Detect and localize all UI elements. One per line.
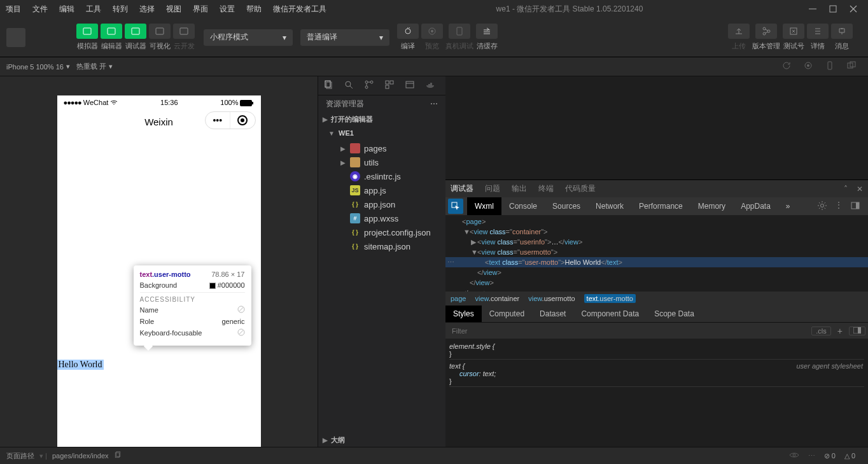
wxml-tree[interactable]: <page>▼<view class="container">▶<view cl… bbox=[445, 215, 868, 292]
tree-item[interactable]: #app.wxss bbox=[318, 211, 445, 225]
menu-item[interactable]: 工具 bbox=[80, 0, 107, 18]
more-icon[interactable]: ⋯ bbox=[808, 452, 815, 460]
tree-item[interactable]: ▶utils bbox=[318, 155, 445, 169]
text-rule-block[interactable]: user agent stylesheet text { cursor: tex… bbox=[449, 361, 864, 387]
maximize-button[interactable] bbox=[827, 3, 839, 15]
detach-icon[interactable] bbox=[846, 60, 857, 73]
breadcrumb-item[interactable]: page bbox=[451, 295, 466, 302]
refresh-icon[interactable] bbox=[781, 60, 792, 73]
errors-count[interactable]: ⊘ 0 bbox=[824, 452, 836, 460]
extensions-icon[interactable] bbox=[384, 80, 395, 92]
wxml-line[interactable]: ▶<view class="userinfo">…</view> bbox=[445, 237, 868, 247]
devtools-tab[interactable]: AppData bbox=[733, 197, 778, 215]
search-icon[interactable] bbox=[344, 80, 354, 92]
avatar[interactable] bbox=[6, 28, 25, 47]
open-editors-section[interactable]: ▶打开的编辑器 bbox=[318, 112, 445, 126]
toolbar-right-action[interactable]: 消息 bbox=[831, 24, 853, 51]
device-dropdown[interactable]: iPhone 5 100% 16▾ bbox=[6, 62, 70, 71]
devtools-tab[interactable]: Sources bbox=[545, 197, 588, 215]
styles-tab[interactable]: Dataset bbox=[532, 306, 573, 322]
toolbar-right-action[interactable]: 版本管理 bbox=[752, 24, 780, 51]
kebab-icon[interactable]: ⋮ bbox=[835, 200, 843, 213]
devtools-tab[interactable]: Performance bbox=[631, 197, 690, 215]
breadcrumb-item[interactable]: view.container bbox=[475, 295, 519, 302]
wxml-line[interactable]: <text class="user-motto">Hello World</te… bbox=[445, 257, 868, 267]
menu-item[interactable]: 设置 bbox=[214, 0, 241, 18]
menu-item[interactable]: 界面 bbox=[187, 0, 214, 18]
toggle-icon[interactable] bbox=[405, 80, 415, 92]
styles-tab[interactable]: Component Data bbox=[573, 306, 647, 322]
capsule-button[interactable]: ••• bbox=[205, 111, 256, 129]
more-tabs-icon[interactable]: » bbox=[778, 197, 798, 215]
toolbar-action[interactable]: 真机调试 bbox=[445, 24, 473, 51]
chevron-up-icon[interactable]: ˄ bbox=[844, 185, 848, 193]
panel-tab[interactable]: 问题 bbox=[485, 183, 500, 194]
cls-button[interactable]: .cls bbox=[811, 327, 831, 335]
user-motto-text[interactable]: Hello World bbox=[57, 360, 104, 370]
toolbar-right-action[interactable]: 测试号 bbox=[783, 24, 804, 51]
capsule-close-icon[interactable] bbox=[230, 112, 255, 129]
project-root[interactable]: ▼WE1 bbox=[318, 126, 445, 140]
styles-body[interactable]: element.style { } user agent stylesheet … bbox=[445, 339, 868, 447]
toolbar-action[interactable]: 清缓存 bbox=[476, 24, 498, 51]
styles-filter-input[interactable] bbox=[448, 327, 809, 335]
breadcrumb-item[interactable]: view.usermotto bbox=[528, 295, 575, 302]
inspect-element-icon[interactable] bbox=[448, 199, 463, 214]
tree-item[interactable]: { }project.config.json bbox=[318, 225, 445, 239]
hot-reload-dropdown[interactable]: 热重载 开▾ bbox=[76, 62, 113, 71]
styles-tab[interactable]: Computed bbox=[482, 306, 532, 322]
mode-dropdown[interactable]: 小程序模式 ▾ bbox=[204, 29, 293, 46]
menu-item[interactable]: 视图 bbox=[160, 0, 187, 18]
menu-item[interactable]: 编辑 bbox=[53, 0, 80, 18]
compile-dropdown[interactable]: 普通编译 ▾ bbox=[300, 29, 389, 46]
toolbar-right-action[interactable]: 上传 bbox=[728, 24, 750, 51]
copy-icon[interactable] bbox=[114, 451, 122, 460]
wxml-line[interactable]: <page> bbox=[445, 216, 868, 227]
toggle-computed-icon[interactable] bbox=[849, 327, 865, 335]
menu-item[interactable]: 转到 bbox=[107, 0, 134, 18]
element-style-block[interactable]: element.style { } bbox=[449, 341, 864, 360]
gear-icon[interactable] bbox=[817, 200, 827, 213]
toolbar-right-action[interactable]: 详情 bbox=[807, 24, 829, 51]
menu-item[interactable]: 选择 bbox=[134, 0, 160, 18]
tree-item[interactable]: JSapp.js bbox=[318, 183, 445, 197]
capsule-menu-icon[interactable]: ••• bbox=[206, 112, 231, 129]
wxml-line[interactable]: ▼<view class="usermotto"> bbox=[445, 247, 868, 257]
warnings-count[interactable]: △ 0 bbox=[844, 452, 855, 460]
menu-item[interactable]: 微信开发者工具 bbox=[267, 0, 332, 18]
toolbar-toggle[interactable]: 模拟器 bbox=[76, 24, 98, 51]
minimize-button[interactable] bbox=[807, 3, 818, 15]
wxml-line[interactable]: ▼<view class="container"> bbox=[445, 227, 868, 237]
tree-item[interactable]: { }app.json bbox=[318, 197, 445, 211]
toolbar-action[interactable]: 预览 bbox=[421, 24, 443, 51]
more-icon[interactable]: ⋯ bbox=[430, 99, 438, 108]
branch-icon[interactable] bbox=[364, 80, 374, 92]
files-icon[interactable] bbox=[323, 80, 333, 92]
devtools-tab[interactable]: Memory bbox=[690, 197, 733, 215]
toolbar-toggle[interactable]: 云开发 bbox=[173, 24, 195, 51]
devtools-tab[interactable]: Console bbox=[501, 197, 545, 215]
tree-item[interactable]: ◉.eslintrc.js bbox=[318, 169, 445, 183]
outline-section[interactable]: ▶大纲 bbox=[318, 433, 445, 447]
devtools-tab[interactable]: Wxml bbox=[467, 197, 501, 215]
panel-tab[interactable]: 调试器 bbox=[451, 183, 473, 194]
wxml-line[interactable]: </view> bbox=[445, 278, 868, 288]
wxml-line[interactable]: </view> bbox=[445, 267, 868, 278]
panel-tab[interactable]: 终端 bbox=[538, 183, 554, 194]
panel-tab[interactable]: 输出 bbox=[512, 183, 527, 194]
toolbar-toggle[interactable]: 编辑器 bbox=[101, 24, 122, 51]
toolbar-toggle[interactable]: 调试器 bbox=[125, 24, 146, 51]
toolbar-action[interactable]: 编译 bbox=[397, 24, 419, 51]
page-path-value[interactable]: pages/index/index bbox=[52, 452, 109, 460]
menu-item[interactable]: 文件 bbox=[27, 0, 53, 18]
close-button[interactable] bbox=[848, 3, 859, 15]
device-icon[interactable] bbox=[825, 60, 835, 73]
close-panel-icon[interactable]: ✕ bbox=[857, 185, 863, 193]
breadcrumb-item[interactable]: text.user-motto bbox=[584, 294, 636, 303]
tree-item[interactable]: ▶pages bbox=[318, 141, 445, 155]
tree-item[interactable]: { }sitemap.json bbox=[318, 239, 445, 253]
dock-icon[interactable] bbox=[850, 200, 860, 213]
menu-item[interactable]: 帮助 bbox=[241, 0, 267, 18]
menu-item[interactable]: 项目 bbox=[0, 0, 27, 18]
wxml-line[interactable]: </page> bbox=[445, 288, 868, 292]
